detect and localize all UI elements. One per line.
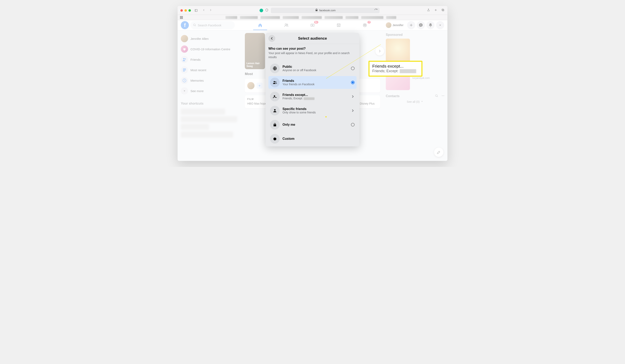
chevron-down-icon [181,87,188,94]
sidebar-item-most-recent[interactable]: Most recent [179,65,240,75]
contacts-search-icon[interactable] [435,94,438,98]
back-button[interactable] [202,8,205,12]
radio-button[interactable] [350,66,355,71]
privacy-shield-icon[interactable] [265,8,268,12]
radio-button[interactable] [350,122,355,127]
svg-point-27 [274,81,275,82]
bookmark-item[interactable] [325,16,343,19]
stories-next-button[interactable] [375,47,384,56]
audience-sub: Your friends on Facebook [282,83,348,86]
shortcut-item[interactable] [181,116,237,122]
bookmark-item[interactable] [225,16,237,19]
forward-button[interactable] [209,8,212,12]
who-can-see-title: Who can see your post? [268,47,357,51]
notifications-button[interactable] [427,21,435,29]
sidebar-item-covid[interactable]: COVID-19 Information Centre [179,44,240,54]
bookmark-item[interactable] [345,16,358,19]
heart-shield-icon [181,45,188,53]
lock-icon [270,120,280,130]
account-menu-button[interactable] [436,21,444,29]
ad-image [386,39,410,63]
bookmark-item[interactable] [302,16,322,19]
browser-toolbar: facebook.com [178,6,447,15]
clock-icon [181,77,188,84]
share-button[interactable] [427,8,430,12]
audience-option-friends[interactable]: FriendsYour friends on Facebook [268,76,357,89]
sidebar-item-see-more[interactable]: See more [179,86,240,96]
svg-rect-19 [183,71,185,72]
facebook-header: f Search Facebook 9+ 7 Jennifer [178,20,447,30]
audience-label: Only me [282,123,348,126]
story-card[interactable]: Lemon Hair Swag [245,33,265,69]
create-button[interactable] [407,21,415,29]
sidebar-toggle-button[interactable] [194,9,198,12]
messenger-button[interactable] [417,21,425,29]
contacts-more-icon[interactable] [441,94,445,98]
shortcut-item[interactable] [181,109,225,115]
apps-grid-icon[interactable] [180,16,183,19]
sidebar-item-memories[interactable]: Memories [179,75,240,86]
compose-fab-button[interactable] [434,148,443,157]
bookmark-item[interactable] [261,16,280,19]
tab-home[interactable] [255,20,265,30]
plus-icon [256,83,263,89]
sidebar-item-profile[interactable]: Jennifer Allen [179,33,240,44]
svg-point-6 [193,24,195,26]
ad-caption: lucyandyak.com [412,77,430,80]
tab-groups[interactable]: 7 [360,20,370,30]
audience-option-public[interactable]: PublicAnyone on or off Facebook [268,62,357,75]
shortcut-item[interactable] [181,132,233,138]
sponsored-title: Sponsored [386,33,445,37]
tab-watch[interactable]: 9+ [308,20,317,30]
person-icon [270,106,280,115]
shortcut-item[interactable] [181,124,209,130]
radio-button[interactable] [350,80,355,85]
zoom-window-button[interactable] [188,9,191,12]
search-input[interactable]: Search Facebook [190,21,235,29]
audience-sub: Friends; Except: [282,97,348,100]
audience-option-custom[interactable]: Custom [268,132,357,145]
profile-chip[interactable]: Jennifer [385,22,406,29]
sidebar-item-friends[interactable]: Friends [179,54,240,65]
address-bar[interactable]: facebook.com [271,8,379,13]
new-tab-button[interactable] [434,8,437,12]
see-all-contacts[interactable]: See all (0) [386,100,445,104]
tab-marketplace[interactable] [334,20,344,30]
tabs-button[interactable] [441,8,445,12]
watch-badge: 9+ [314,21,318,24]
right-column: Sponsored lucyandyak.com Contacts See al… [383,30,447,161]
who-can-see-description: Your post will appear in News Feed, on y… [268,51,357,59]
audience-option-only-me[interactable]: Only me [268,118,357,131]
bookmark-item[interactable] [283,16,299,19]
audience-label: Custom [282,137,348,140]
bookmark-item[interactable] [240,16,258,19]
window-controls[interactable] [180,9,191,12]
modal-header: Select audience [266,33,359,44]
audience-sub: Only show to some friends [282,111,348,114]
bookmark-item[interactable] [386,16,396,19]
facebook-logo[interactable]: f [181,21,189,29]
audience-option-friends-except[interactable]: Friends except...Friends; Except: [268,90,357,103]
groups-badge: 7 [368,21,371,24]
modal-body: Who can see your post? Your post will ap… [266,44,359,146]
annotation-callout: Friends except... Friends; Except: [369,61,422,77]
audience-label: Public [282,65,348,69]
modal-back-button[interactable] [268,35,275,42]
svg-rect-17 [183,69,186,69]
svg-rect-0 [195,9,197,11]
gear-icon [270,134,280,143]
bookmarks-bar [178,15,447,20]
close-window-button[interactable] [180,9,183,12]
audience-option-specific-friends[interactable]: Specific friendsOnly show to some friend… [268,104,357,117]
grammarly-extension-icon[interactable] [259,9,263,12]
lock-icon [315,8,318,12]
chevron-right-icon [350,108,355,113]
friends-icon [181,56,188,63]
chevron-right-icon [350,137,355,141]
reload-button[interactable] [374,8,377,12]
minimize-window-button[interactable] [185,9,187,12]
avatar-icon [247,82,254,89]
tab-friends[interactable] [281,20,291,30]
sponsored-ad[interactable] [386,39,445,63]
bookmark-item[interactable] [361,16,383,19]
